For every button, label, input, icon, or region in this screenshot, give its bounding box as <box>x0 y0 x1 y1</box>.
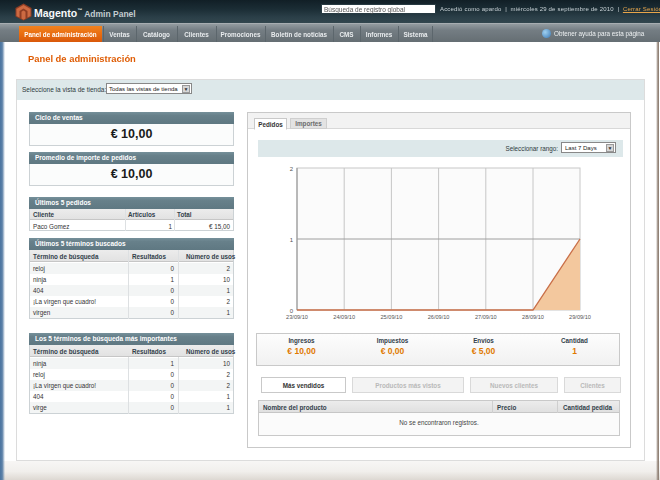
svg-text:24/09/10: 24/09/10 <box>333 314 355 320</box>
svg-text:29/09/10: 29/09/10 <box>569 314 591 320</box>
svg-text:26/09/10: 26/09/10 <box>428 314 450 320</box>
svg-text:2: 2 <box>290 166 294 172</box>
svg-text:28/09/10: 28/09/10 <box>522 314 544 320</box>
svg-text:1: 1 <box>290 237 294 243</box>
svg-text:23/09/10: 23/09/10 <box>286 314 308 320</box>
svg-text:27/09/10: 27/09/10 <box>475 314 497 320</box>
svg-text:25/09/10: 25/09/10 <box>381 314 403 320</box>
